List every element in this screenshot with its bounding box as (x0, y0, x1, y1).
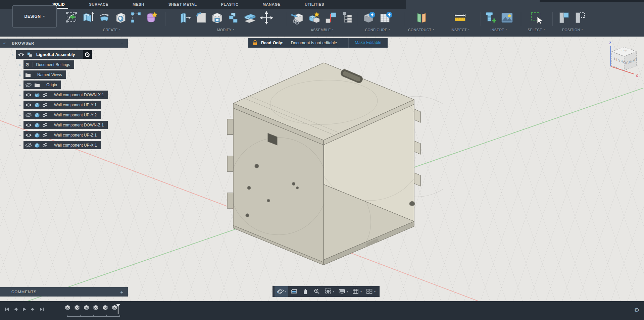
viewport-canvas[interactable]: Read-Only: Document is not editable Make… (0, 37, 644, 301)
tree-item-label[interactable]: Wall component UP-X:1 (51, 143, 97, 148)
timeline-linked-component-icon[interactable] (102, 305, 108, 311)
expand-icon[interactable]: » (16, 103, 23, 107)
display-settings-tool[interactable]: ▾ (336, 286, 350, 297)
press-pull-icon[interactable] (178, 11, 192, 25)
chevron-down-icon[interactable]: ▾ (347, 290, 348, 293)
tree-item-label[interactable]: Wall component DOWN-X:1 (51, 93, 104, 97)
configuration-icon[interactable] (362, 11, 376, 25)
group-label-construct[interactable]: CONSTRUCT (408, 28, 432, 32)
minimize-panel-icon[interactable]: − (120, 41, 123, 46)
eye-off-icon[interactable] (25, 113, 32, 117)
tab-surface[interactable]: SURFACE (87, 0, 110, 9)
timeline-linked-component-icon[interactable] (64, 305, 71, 311)
tree-row-root[interactable]: » LignoSat Assembly (9, 50, 108, 59)
component-tree-icon[interactable] (340, 11, 354, 25)
comments-panel-header[interactable]: COMMENTS + (0, 287, 128, 297)
timeline-linked-component-icon[interactable] (74, 305, 80, 311)
create-sketch-icon[interactable] (65, 11, 79, 25)
tree-item-label[interactable]: Origin (43, 83, 57, 87)
tree-item-label[interactable]: Wall component DOWN-Z:1 (51, 123, 104, 127)
offset-face-icon[interactable] (243, 11, 257, 24)
combine-icon[interactable] (227, 11, 240, 24)
expand-icon[interactable]: » (10, 51, 14, 58)
joint-icon[interactable] (324, 11, 338, 25)
configuration-table-icon[interactable] (379, 11, 393, 25)
create-form-icon[interactable] (145, 11, 159, 25)
expand-icon[interactable]: » (16, 123, 23, 127)
chevron-down-icon[interactable]: ▾ (333, 290, 334, 293)
group-label-assemble[interactable]: ASSEMBLE (311, 28, 331, 32)
tab-sheet-metal[interactable]: SHEET METAL (166, 0, 199, 9)
make-editable-button[interactable]: Make Editable (348, 38, 387, 48)
chevron-down-icon[interactable]: ▾ (374, 290, 376, 293)
expand-icon[interactable]: » (16, 73, 23, 77)
select-icon[interactable] (529, 11, 543, 25)
play-icon[interactable] (21, 307, 27, 312)
group-label-insert[interactable]: INSERT (490, 28, 504, 32)
eye-icon[interactable] (25, 103, 32, 107)
view-cube[interactable]: FRONT RIGHT TOP Z X (599, 38, 644, 81)
tab-plastic[interactable]: PLASTIC (219, 0, 240, 9)
tree-item-label[interactable]: Wall component UP-Z:1 (51, 133, 97, 138)
group-label-inspect[interactable]: INSPECT (451, 28, 467, 32)
tree-row-wall-down-z[interactable]: » Wall component DOWN-Z:1 (9, 121, 108, 129)
lignosat-3d-model[interactable] (215, 55, 443, 273)
chevron-down-icon[interactable]: ▾ (360, 290, 362, 293)
eye-icon[interactable] (25, 123, 32, 127)
pan-tool[interactable] (300, 286, 311, 297)
expand-icon[interactable]: » (16, 93, 23, 97)
tab-manage[interactable]: MANAGE (260, 0, 283, 9)
extrude-icon[interactable] (82, 11, 95, 25)
tree-row-wall-up-y2[interactable]: » Wall component UP-Y:2 (9, 111, 108, 119)
expand-icon[interactable]: » (16, 63, 23, 67)
grid-snap-tool[interactable]: ▾ (350, 286, 364, 297)
timeline-playhead[interactable] (115, 303, 121, 315)
expand-icon[interactable]: » (16, 143, 23, 147)
design-workspace-button[interactable]: DESIGN ▾ (12, 5, 57, 28)
tree-row-wall-up-x[interactable]: » Wall component UP-X:1 (9, 141, 108, 149)
timeline-settings-gear-icon[interactable]: ⚙ (634, 307, 639, 314)
tree-row-named-views[interactable]: » Named Views (9, 70, 108, 79)
tree-row-document-settings[interactable]: » ⚙ Document Settings (9, 60, 108, 69)
collapse-panel-icon[interactable]: « (3, 41, 6, 46)
tree-row-wall-down-x[interactable]: » Wall component DOWN-X:1 (9, 91, 108, 99)
step-forward-icon[interactable] (30, 307, 36, 312)
capture-position-icon[interactable] (558, 11, 571, 25)
tab-mesh[interactable]: MESH (131, 0, 146, 9)
viewports-tool[interactable]: ▾ (364, 286, 378, 297)
canvas-image-icon[interactable] (500, 11, 514, 25)
new-component-icon[interactable] (307, 11, 321, 25)
timeline-linked-component-icon[interactable] (83, 305, 90, 311)
eye-icon[interactable] (25, 133, 32, 138)
revert-position-icon[interactable] (574, 11, 587, 25)
group-label-position[interactable]: POSITION (562, 28, 580, 32)
tab-utilities[interactable]: UTILITIES (303, 0, 326, 9)
group-label-configure[interactable]: CONFIGURE (365, 28, 387, 32)
tree-row-origin[interactable]: » Origin (9, 81, 108, 89)
group-label-select[interactable]: SELECT (528, 28, 542, 32)
look-at-tool[interactable] (288, 286, 300, 297)
group-label-modify[interactable]: MODIFY (217, 28, 232, 32)
measure-icon[interactable] (453, 11, 467, 25)
step-back-icon[interactable] (13, 307, 18, 312)
group-label-create[interactable]: CREATE (103, 28, 118, 32)
eye-off-icon[interactable] (25, 83, 32, 87)
skip-to-end-icon[interactable] (39, 307, 45, 312)
tree-row-wall-up-y1[interactable]: » Wall component UP-Y:1 (9, 101, 108, 109)
insert-fastener-icon[interactable] (483, 11, 497, 25)
root-component-label[interactable]: LignoSat Assembly (35, 52, 79, 57)
zoom-tool[interactable] (311, 286, 323, 297)
orbit-tool[interactable]: ▾ (275, 286, 288, 297)
chevron-down-icon[interactable]: ▾ (285, 290, 286, 293)
tree-item-label[interactable]: Wall component UP-Y:1 (51, 103, 97, 107)
expand-icon[interactable]: » (16, 83, 23, 87)
tree-item-label[interactable]: Document Settings (33, 62, 70, 67)
tree-item-label[interactable]: Named Views (34, 72, 62, 77)
eye-off-icon[interactable] (25, 143, 32, 148)
add-comment-icon[interactable]: + (120, 289, 123, 295)
move-icon[interactable] (259, 11, 274, 25)
activate-component-button[interactable] (83, 50, 92, 59)
eye-icon[interactable] (25, 93, 32, 97)
hole-icon[interactable] (114, 11, 127, 24)
tree-item-label[interactable]: Wall component UP-Y:2 (51, 113, 97, 117)
